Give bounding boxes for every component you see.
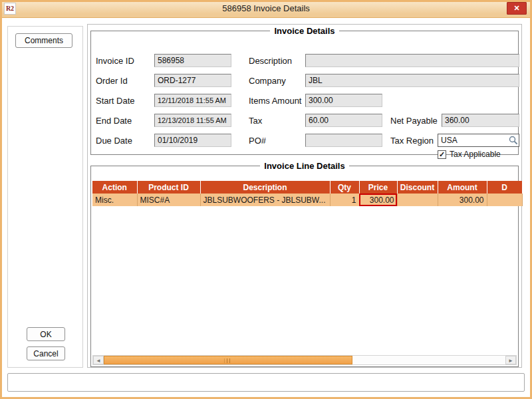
company-input[interactable] — [305, 74, 519, 87]
order-id-input[interactable] — [154, 74, 231, 87]
col-header-d[interactable]: D — [487, 181, 522, 194]
scroll-left-arrow-icon[interactable]: ◄ — [93, 356, 104, 364]
grid-header-row: Action Product ID Description Qty Price … — [92, 181, 522, 194]
order-id-label: Order Id — [96, 76, 128, 86]
close-button[interactable]: ✕ — [507, 2, 527, 15]
line-items-grid: Action Product ID Description Qty Price … — [92, 181, 523, 206]
tax-region-input[interactable] — [438, 134, 519, 147]
cell-amount[interactable]: 300.00 — [438, 194, 487, 206]
end-date-input[interactable] — [154, 114, 231, 127]
company-label: Company — [249, 76, 286, 86]
col-header-price[interactable]: Price — [359, 181, 397, 194]
window-title: 586958 Invoice Details — [0, 3, 532, 13]
end-date-label: End Date — [96, 116, 132, 126]
comments-button[interactable]: Comments — [15, 33, 72, 48]
due-date-label: Due Date — [96, 136, 132, 146]
status-bar — [7, 373, 525, 392]
cell-action[interactable]: Misc. — [92, 194, 137, 206]
tax-region-label: Tax Region — [390, 136, 434, 146]
cell-qty[interactable]: 1 — [330, 194, 359, 206]
start-date-label: Start Date — [96, 96, 135, 106]
left-panel: Comments OK Cancel — [7, 26, 83, 368]
scrollbar-grip-icon — [225, 358, 232, 363]
cell-product-id[interactable]: MISC#A — [137, 194, 200, 206]
col-header-product-id[interactable]: Product ID — [137, 181, 200, 194]
cell-discount[interactable] — [397, 194, 438, 206]
cell-description[interactable]: JBLSUBWOOFERS - JBLSUBW... — [200, 194, 330, 206]
items-amount-input[interactable] — [305, 94, 382, 107]
invoice-line-details-group-title: Invoice Line Details — [260, 161, 348, 171]
search-icon[interactable] — [508, 135, 519, 146]
description-input[interactable] — [305, 54, 519, 67]
tax-applicable-row: ✓ Tax Applicable — [438, 150, 501, 159]
invoice-id-label: Invoice ID — [96, 56, 134, 66]
horizontal-scrollbar: ◄ ► — [92, 355, 517, 365]
po-input[interactable] — [305, 134, 382, 147]
invoice-line-details-group: Invoice Line Details Action Product ID D… — [90, 161, 519, 367]
due-date-input[interactable] — [154, 134, 231, 147]
cancel-button[interactable]: Cancel — [27, 346, 65, 360]
tax-applicable-checkbox[interactable]: ✓ — [438, 150, 446, 159]
titlebar: R2 586958 Invoice Details ✕ — [0, 0, 532, 18]
col-header-qty[interactable]: Qty — [330, 181, 359, 194]
items-amount-label: Items Amount — [249, 96, 301, 106]
start-date-input[interactable] — [154, 94, 231, 107]
invoice-details-window: R2 586958 Invoice Details ✕ Comments OK … — [0, 0, 532, 399]
invoice-id-input[interactable] — [154, 54, 231, 67]
col-header-action[interactable]: Action — [92, 181, 137, 194]
cell-price[interactable]: 300.00 — [359, 194, 397, 206]
ok-button[interactable]: OK — [27, 327, 65, 341]
col-header-discount[interactable]: Discount — [397, 181, 438, 194]
col-header-amount[interactable]: Amount — [438, 181, 487, 194]
scroll-right-arrow-icon[interactable]: ► — [505, 356, 516, 364]
invoice-details-group: Invoice Details Invoice ID Order Id Star… — [90, 26, 519, 155]
table-row: Misc. MISC#A JBLSUBWOOFERS - JBLSUBW... … — [92, 194, 522, 206]
scrollbar-track[interactable] — [104, 356, 505, 364]
net-payable-input[interactable] — [442, 114, 519, 127]
invoice-details-group-title: Invoice Details — [270, 26, 338, 36]
scrollbar-thumb[interactable] — [104, 356, 352, 364]
po-label: PO# — [249, 136, 266, 146]
tax-input[interactable] — [305, 114, 382, 127]
net-payable-label: Net Payable — [390, 116, 438, 126]
description-label: Description — [249, 56, 292, 66]
tax-applicable-label: Tax Applicable — [450, 150, 501, 159]
col-header-description[interactable]: Description — [200, 181, 330, 194]
tax-label: Tax — [249, 116, 262, 126]
main-panel: Invoice Details Invoice ID Order Id Star… — [87, 24, 522, 368]
cell-d[interactable] — [487, 194, 522, 206]
